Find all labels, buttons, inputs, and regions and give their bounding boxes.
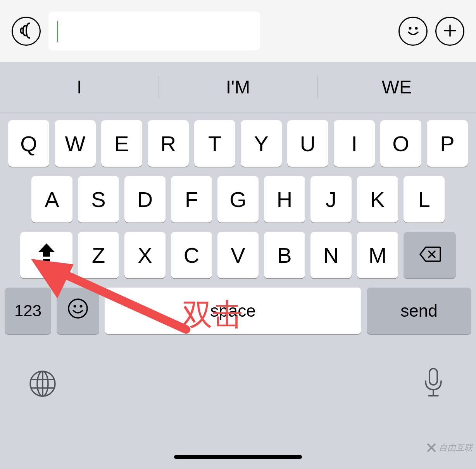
key-row-3: Z X C V B N M <box>4 232 472 278</box>
sound-wave-icon <box>18 22 34 40</box>
key-r[interactable]: R <box>148 120 189 167</box>
key-e[interactable]: E <box>101 120 142 167</box>
svg-point-8 <box>74 305 76 307</box>
key-f[interactable]: F <box>171 176 212 222</box>
plus-icon <box>442 22 459 40</box>
more-actions-button[interactable] <box>435 17 464 46</box>
key-p[interactable]: P <box>427 120 468 167</box>
message-input-bar <box>0 0 476 62</box>
shift-key[interactable] <box>20 232 72 278</box>
key-row-2: A S D F G H J K L <box>4 176 472 222</box>
key-j[interactable]: J <box>310 176 352 222</box>
key-l[interactable]: L <box>404 176 445 222</box>
key-u[interactable]: U <box>287 120 328 167</box>
suggestion-0[interactable]: I <box>0 64 159 110</box>
sticker-emoji-button[interactable] <box>398 17 428 46</box>
suggestion-2[interactable]: WE <box>317 64 476 110</box>
globe-icon <box>28 369 57 400</box>
key-row-4: 123 space send <box>4 288 472 334</box>
key-x[interactable]: X <box>124 232 166 278</box>
svg-point-7 <box>69 299 87 318</box>
numeric-key[interactable]: 123 <box>5 288 51 334</box>
key-t[interactable]: T <box>194 120 235 167</box>
svg-point-1 <box>415 27 417 29</box>
suggestion-1[interactable]: I'M <box>159 64 317 110</box>
emoji-key[interactable] <box>57 288 99 334</box>
key-o[interactable]: O <box>380 120 421 167</box>
key-q[interactable]: Q <box>8 120 49 167</box>
suggestion-bar: I I'M WE <box>0 62 476 112</box>
key-a[interactable]: A <box>31 176 72 222</box>
svg-rect-15 <box>429 369 437 385</box>
key-c[interactable]: C <box>171 232 212 278</box>
svg-point-9 <box>80 305 83 307</box>
message-input[interactable] <box>48 12 260 50</box>
home-indicator[interactable] <box>174 455 302 459</box>
watermark-text: 自由互联 <box>439 442 473 453</box>
svg-point-0 <box>409 27 411 29</box>
message-input-wrapper <box>48 12 391 50</box>
key-y[interactable]: Y <box>241 120 282 167</box>
key-d[interactable]: D <box>124 176 166 222</box>
key-row-1: Q W E R T Y U I O P <box>4 120 472 167</box>
key-g[interactable]: G <box>217 176 259 222</box>
keyboard-bottom-bar <box>0 353 476 416</box>
key-n[interactable]: N <box>310 232 352 278</box>
keyboard: I I'M WE Q W E R T Y U I O P A S D F G H… <box>0 62 476 469</box>
key-rows: Q W E R T Y U I O P A S D F G H J K L <box>0 112 476 334</box>
send-key[interactable]: send <box>367 288 471 334</box>
watermark: 自由互联 <box>426 442 473 453</box>
key-b[interactable]: B <box>264 232 305 278</box>
space-key[interactable]: space <box>105 288 361 334</box>
smile-icon <box>404 21 423 41</box>
svg-rect-4 <box>43 259 50 261</box>
backspace-key[interactable] <box>404 232 456 278</box>
globe-keyboard-button[interactable] <box>25 367 60 402</box>
key-s[interactable]: S <box>78 176 119 222</box>
shift-caps-lock-icon <box>37 242 56 269</box>
voice-mode-button[interactable] <box>12 17 41 46</box>
microphone-icon <box>422 367 445 402</box>
key-w[interactable]: W <box>55 120 96 167</box>
key-k[interactable]: K <box>357 176 398 222</box>
dictation-button[interactable] <box>416 367 451 402</box>
backspace-icon <box>419 243 441 268</box>
key-i[interactable]: I <box>334 120 375 167</box>
text-caret <box>57 21 58 42</box>
watermark-x-icon <box>426 443 436 453</box>
key-z[interactable]: Z <box>78 232 119 278</box>
key-h[interactable]: H <box>264 176 305 222</box>
key-m[interactable]: M <box>357 232 398 278</box>
key-v[interactable]: V <box>217 232 259 278</box>
smile-icon <box>67 298 89 324</box>
